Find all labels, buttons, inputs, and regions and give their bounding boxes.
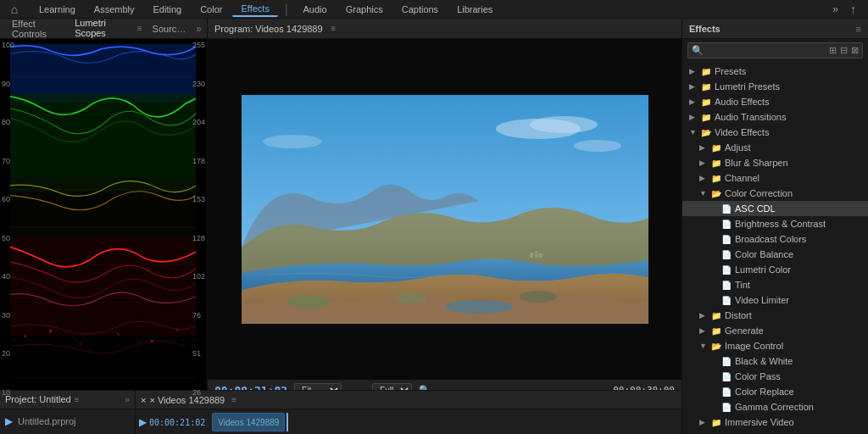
tab-effect-controls[interactable]: Effect Controls	[5, 17, 64, 41]
color-balance-label: Color Balance	[735, 249, 793, 259]
search-options-icon[interactable]: ⊞	[829, 45, 837, 56]
tree-item-asc-cdl[interactable]: 📄 ASC CDL	[682, 201, 868, 216]
video-limiter-icon: 📄	[721, 296, 732, 305]
svg-point-27	[520, 291, 557, 303]
broadcast-colors-icon: 📄	[721, 235, 732, 244]
home-icon[interactable]: ⌂	[7, 2, 22, 17]
tree-item-color-correction[interactable]: ▼ 📂 Color Correction	[682, 186, 868, 201]
svg-point-10	[176, 329, 178, 331]
left-panel-expand-icon[interactable]: »	[196, 23, 202, 35]
left-panel-tabs: Effect Controls Lumetri Scopes ≡ Sourc… …	[0, 19, 207, 39]
tree-item-color-replace[interactable]: 📄 Color Replace	[682, 384, 868, 399]
tree-item-channel[interactable]: ▶ 📁 Channel	[682, 170, 868, 186]
clip-track: ▶ 00:00:21:02 Videos 1429889	[136, 409, 682, 434]
tree-item-brightness-contrast[interactable]: 📄 Brightness & Contrast	[682, 216, 868, 231]
tree-item-lumetri-color[interactable]: 📄 Lumetri Color	[682, 262, 868, 277]
clip-block[interactable]: Videos 1429889	[212, 413, 285, 431]
svg-point-23	[263, 135, 322, 148]
menu-item-learning[interactable]: Learning	[31, 3, 84, 16]
tree-item-color-balance[interactable]: 📄 Color Balance	[682, 247, 868, 262]
color-replace-label: Color Replace	[735, 387, 794, 397]
channel-arrow: ▶	[699, 174, 708, 182]
menu-item-effects[interactable]: Effects	[232, 2, 277, 17]
tree-item-tint[interactable]: 📄 Tint	[682, 277, 868, 292]
tab-lumetri-scopes[interactable]: Lumetri Scopes	[68, 16, 131, 42]
svg-point-6	[49, 330, 52, 333]
tree-item-immersive-video[interactable]: ▶ 📁 Immersive Video	[682, 415, 868, 430]
presets-arrow: ▶	[689, 67, 698, 75]
lumetri-presets-folder-icon: 📁	[701, 82, 711, 92]
tree-item-presets[interactable]: ▶ 📁 Presets	[682, 64, 868, 79]
clip-label: Videos 1429889	[218, 418, 279, 427]
tree-item-audio-transitions[interactable]: ▶ 📁 Audio Transitions	[682, 109, 868, 125]
menu-item-assembly[interactable]: Assembly	[86, 3, 143, 16]
tree-item-adjust[interactable]: ▶ 📁 Adjust	[682, 140, 868, 155]
adjust-label: Adjust	[725, 142, 751, 153]
blur-sharpen-label: Blur & Sharpen	[725, 158, 788, 168]
program-monitor-menu-icon[interactable]: ≡	[331, 24, 337, 33]
menu-item-libraries[interactable]: Libraries	[448, 3, 501, 16]
close-timeline-icon[interactable]: ×	[141, 395, 146, 405]
channel-folder-icon: 📁	[711, 174, 721, 183]
audio-transitions-arrow: ▶	[689, 113, 698, 121]
distort-arrow: ▶	[699, 311, 708, 320]
search-settings-icon[interactable]: ⊠	[851, 45, 859, 56]
video-effects-arrow: ▼	[689, 128, 698, 136]
timeline-play-icon[interactable]: ▶	[139, 417, 146, 428]
timeline-menu-icon[interactable]: ≡	[231, 395, 236, 404]
presets-label: Presets	[715, 66, 746, 76]
channel-label: Channel	[725, 173, 760, 183]
project-play-icon[interactable]: ▶	[5, 415, 13, 427]
asc-cdl-file-icon: 📄	[721, 204, 732, 214]
color-correction-folder-icon: 📂	[711, 189, 721, 198]
effects-panel-menu-icon[interactable]: ≡	[856, 24, 861, 34]
generate-folder-icon: 📁	[711, 326, 721, 336]
program-monitor-header: Program: Videos 1429889 ≡	[208, 19, 682, 39]
tree-item-distort[interactable]: ▶ 📁 Distort	[682, 308, 868, 323]
tree-item-broadcast-colors[interactable]: 📄 Broadcast Colors	[682, 231, 868, 247]
tree-item-blur-sharpen[interactable]: ▶ 📁 Blur & Sharpen	[682, 155, 868, 170]
tab-source[interactable]: Sourc…	[146, 22, 193, 36]
tree-item-video-effects[interactable]: ▼ 📂 Video Effects	[682, 125, 868, 140]
presets-folder-icon: 📁	[701, 67, 711, 76]
more-workspaces-icon[interactable]: »	[827, 2, 843, 17]
immersive-video-folder-icon: 📁	[711, 418, 721, 427]
effects-search-input[interactable]	[707, 46, 826, 55]
tree-item-lumetri-presets[interactable]: ▶ 📁 Lumetri Presets	[682, 79, 868, 94]
lumetri-scopes-menu-icon[interactable]: ≡	[137, 24, 142, 33]
tree-item-generate[interactable]: ▶ 📁 Generate	[682, 323, 868, 338]
menu-item-audio[interactable]: Audio	[295, 3, 336, 16]
export-icon[interactable]: ↑	[845, 1, 861, 18]
effects-panel-title: Effects	[689, 24, 721, 34]
color-pass-label: Color Pass	[735, 371, 781, 381]
timeline-clip-title: × Videos 1429889	[149, 395, 225, 405]
menu-item-editing[interactable]: Editing	[145, 3, 191, 16]
lumetri-color-label: Lumetri Color	[735, 264, 791, 275]
color-balance-icon: 📄	[721, 250, 732, 259]
svg-rect-29	[530, 253, 533, 258]
image-control-arrow: ▼	[699, 342, 708, 350]
tree-item-black-white[interactable]: 📄 Black & White	[682, 353, 868, 369]
menu-item-captions[interactable]: Captions	[393, 3, 447, 16]
project-expand-icon[interactable]: »	[125, 395, 130, 404]
preview-area	[208, 39, 682, 380]
audio-effects-arrow: ▶	[689, 97, 698, 106]
immersive-video-arrow: ▶	[699, 418, 708, 426]
timeline-playhead	[287, 413, 288, 431]
tree-item-image-control[interactable]: ▼ 📂 Image Control	[682, 338, 868, 353]
tree-item-keying[interactable]: ▶ 📁 Keying	[682, 430, 868, 434]
svg-point-7	[80, 343, 81, 345]
tree-item-video-limiter[interactable]: 📄 Video Limiter	[682, 292, 868, 308]
adjust-folder-icon: 📁	[711, 143, 721, 153]
project-menu-icon[interactable]: ≡	[75, 395, 80, 404]
video-preview	[242, 95, 648, 324]
svg-rect-30	[535, 251, 537, 258]
generate-arrow: ▶	[699, 326, 708, 335]
tree-item-gamma-correction[interactable]: 📄 Gamma Correction	[682, 399, 868, 415]
menu-item-graphics[interactable]: Graphics	[337, 3, 392, 16]
tree-item-color-pass[interactable]: 📄 Color Pass	[682, 369, 868, 384]
tree-item-audio-effects[interactable]: ▶ 📁 Audio Effects	[682, 94, 868, 109]
menu-item-color[interactable]: Color	[192, 3, 231, 16]
svg-rect-31	[538, 253, 542, 258]
search-filter-icon[interactable]: ⊟	[840, 45, 848, 56]
